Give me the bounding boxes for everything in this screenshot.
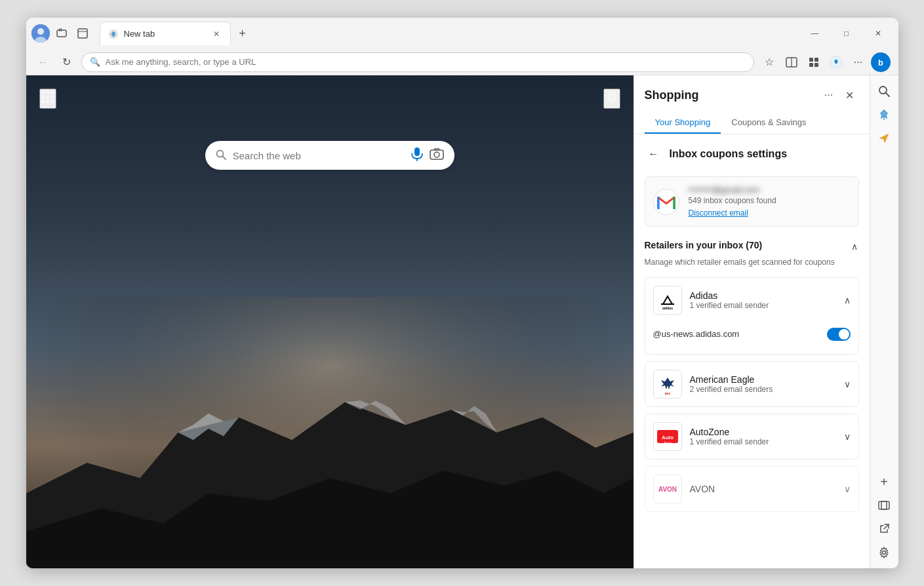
copilot-button[interactable] [826, 52, 846, 72]
svg-rect-11 [809, 58, 813, 62]
email-account-card: ••••••••@gmail.com 549 inbox coupons fou… [645, 176, 859, 227]
sidebar-send-button[interactable] [874, 128, 894, 149]
svg-rect-14 [814, 63, 818, 67]
tab-coupons-savings[interactable]: Coupons & Savings [721, 112, 816, 134]
retailer-header-american-eagle[interactable]: AEO American Eagle 2 verified email send… [645, 362, 858, 406]
back-button[interactable]: ← [645, 145, 663, 163]
favorites-star-button[interactable]: ☆ [759, 52, 779, 72]
page-settings-button[interactable] [603, 88, 620, 109]
retailer-header-autozone[interactable]: Auto Zone AutoZone 1 verified email send… [645, 414, 858, 459]
retailers-description: Manage which retailer emails get scanned… [645, 257, 859, 268]
tab-favicon [108, 29, 119, 39]
minimize-button[interactable]: — [800, 23, 830, 44]
title-bar: New tab ✕ + — □ ✕ [26, 18, 898, 49]
svg-line-58 [884, 524, 889, 529]
sidebar-add-button[interactable]: + [874, 471, 894, 492]
american-eagle-toggle-button[interactable]: ∨ [844, 379, 851, 389]
url-input[interactable] [106, 57, 746, 67]
avon-name: AVON [690, 484, 836, 494]
adidas-name: Adidas [690, 290, 836, 301]
panel-more-button[interactable]: ··· [820, 86, 838, 104]
tab-group-icon[interactable] [73, 24, 92, 43]
svg-point-24 [51, 96, 54, 98]
svg-rect-56 [879, 501, 887, 509]
search-container[interactable] [205, 141, 454, 170]
back-button[interactable]: ← [34, 53, 52, 71]
grid-apps-button[interactable] [39, 88, 56, 109]
svg-text:adidas: adidas [662, 306, 673, 310]
american-eagle-info: American Eagle 2 verified email senders [690, 374, 836, 394]
svg-text:AVON: AVON [658, 486, 676, 493]
autozone-senders: 1 verified email sender [690, 437, 836, 446]
svg-point-1 [37, 28, 44, 35]
close-button[interactable]: ✕ [863, 23, 893, 44]
retailer-card-autozone: Auto Zone AutoZone 1 verified email send… [645, 414, 859, 459]
browser-content [26, 75, 633, 568]
email-info: ••••••••@gmail.com 549 inbox coupons fou… [689, 185, 851, 218]
tab-close-button[interactable]: ✕ [211, 28, 222, 40]
toolbar-right: ☆ [759, 52, 891, 72]
autozone-toggle-button[interactable]: ∨ [844, 431, 851, 442]
svg-point-19 [42, 91, 45, 94]
avon-toggle-button[interactable]: ∨ [844, 484, 851, 494]
sidebar-search-button[interactable] [874, 81, 894, 102]
adidas-toggle-button[interactable]: ∧ [844, 295, 851, 305]
svg-text:b: b [878, 58, 883, 68]
url-bar[interactable]: 🔍 [81, 52, 754, 72]
bing-icon[interactable]: b [871, 52, 891, 72]
retailer-header-adidas[interactable]: adidas Adidas 1 verified email sender ∧ [645, 278, 858, 322]
retailer-header-avon[interactable]: AVON AVON ∨ [645, 467, 858, 511]
sidebar-settings-button[interactable] [874, 542, 894, 563]
microphone-icon[interactable] [411, 147, 423, 165]
extensions-button[interactable] [804, 52, 824, 72]
avon-info: AVON [690, 484, 836, 494]
svg-point-27 [51, 100, 54, 103]
browser-window: New tab ✕ + — □ ✕ ← ↻ 🔍 ☆ [26, 18, 898, 568]
adidas-senders: 1 verified email sender [690, 301, 836, 310]
svg-rect-3 [57, 30, 66, 37]
search-icon [216, 149, 226, 162]
panel-close-button[interactable]: ✕ [841, 86, 859, 104]
autozone-logo: Auto Zone [653, 422, 682, 451]
camera-search-icon[interactable] [430, 148, 444, 163]
svg-line-30 [222, 156, 226, 159]
svg-point-22 [42, 96, 45, 98]
adidas-toggle-switch[interactable] [827, 328, 851, 341]
american-eagle-logo: AEO [653, 370, 682, 399]
svg-point-23 [47, 96, 49, 98]
maximize-button[interactable]: □ [832, 23, 862, 44]
svg-text:Auto: Auto [661, 435, 673, 440]
sidebar-external-button[interactable] [874, 518, 894, 539]
disconnect-email-link[interactable]: Disconnect email [689, 208, 748, 218]
split-screen-button[interactable] [782, 52, 801, 72]
svg-point-59 [883, 551, 886, 555]
active-tab[interactable]: New tab ✕ [100, 22, 231, 45]
svg-point-25 [42, 100, 45, 103]
retailers-collapse-button[interactable]: ∧ [850, 240, 859, 253]
shopping-panel: Shopping ··· ✕ Your Shopping Coupons & S… [633, 75, 870, 568]
mountain-scene [26, 297, 633, 568]
svg-point-34 [434, 152, 439, 157]
new-tab-button[interactable]: + [233, 24, 252, 43]
browser-controls-left [31, 24, 92, 43]
search-input[interactable] [233, 150, 405, 161]
svg-point-16 [835, 61, 837, 64]
more-options-button[interactable]: ··· [849, 52, 868, 72]
tab-search-icon[interactable] [52, 24, 71, 43]
autozone-info: AutoZone 1 verified email sender [690, 427, 836, 446]
profile-avatar[interactable] [31, 24, 50, 43]
sidebar-tab-button[interactable] [874, 495, 894, 516]
svg-point-20 [47, 91, 49, 94]
sidebar-pin-button[interactable] [874, 104, 894, 125]
url-search-icon: 🔍 [90, 57, 100, 67]
panel-title: Shopping [645, 88, 699, 102]
inbox-settings-title: Inbox coupons settings [670, 148, 788, 160]
svg-text:Zone: Zone [664, 441, 672, 445]
refresh-button[interactable]: ↻ [58, 53, 76, 71]
retailer-card-adidas: adidas Adidas 1 verified email sender ∧ … [645, 277, 859, 355]
avon-logo: AVON [653, 475, 682, 503]
tab-your-shopping[interactable]: Your Shopping [645, 112, 721, 134]
svg-line-54 [886, 93, 890, 97]
panel-tabs: Your Shopping Coupons & Savings [645, 112, 859, 134]
svg-rect-31 [414, 147, 420, 156]
